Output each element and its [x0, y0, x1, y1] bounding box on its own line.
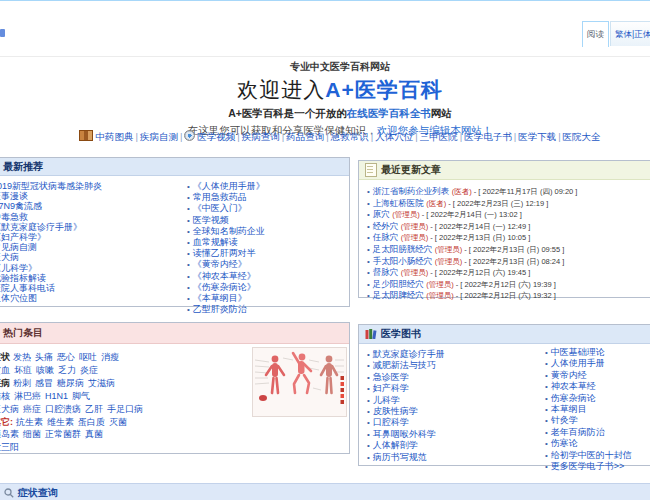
article-link[interactable]: 全球知名制药企业	[193, 226, 265, 236]
acupuncture-figure-image[interactable]	[252, 347, 347, 417]
book-link[interactable]: 病历书写规范	[373, 452, 427, 462]
article-link[interactable]: 《人体使用手册》	[193, 181, 265, 191]
book-link[interactable]: 黄帝内经	[551, 370, 587, 380]
quick-nav-link[interactable]: 医学电子书	[464, 131, 512, 142]
update-title-link[interactable]: 足少阳胆经穴	[373, 279, 424, 289]
hot-entry-link[interactable]: 艾滋病	[88, 378, 115, 388]
quick-nav-link[interactable]: 疾病自测	[140, 131, 178, 142]
book-link[interactable]: 人体使用手册	[551, 358, 605, 368]
article-link[interactable]: 《伤寒杂病论》	[193, 282, 256, 292]
hot-entry-link[interactable]: 感冒	[35, 378, 53, 388]
quick-nav-link[interactable]: 疾病查询	[242, 131, 280, 142]
hot-entry-link[interactable]: 真菌	[85, 429, 103, 439]
article-link[interactable]: 常见病自测	[0, 242, 37, 252]
hot-entry-link[interactable]: 炎症	[80, 365, 98, 375]
article-link[interactable]: 常用急救药品	[193, 192, 247, 202]
quick-nav-link[interactable]: 医院大全	[563, 131, 601, 142]
book-link[interactable]: 更多医学电子书>>	[551, 461, 625, 471]
update-user[interactable]: (管理员)	[426, 280, 454, 289]
hot-entry-link[interactable]: 乙肝	[85, 404, 103, 414]
article-link[interactable]: 《黄帝内经》	[193, 259, 247, 269]
hot-entry-link[interactable]: 大三阳	[0, 442, 19, 452]
article-link[interactable]: H7N9禽流感	[0, 201, 42, 211]
quick-nav-link[interactable]: 医学视频	[197, 131, 235, 142]
article-link[interactable]: 狂犬病	[0, 252, 19, 262]
book-link[interactable]: 皮肤性病学	[373, 406, 418, 416]
hot-entry-link[interactable]: 呕吐	[79, 352, 97, 362]
hot-entry-link[interactable]: 坏疽	[14, 365, 32, 375]
tab-read[interactable]: 阅读	[582, 21, 609, 47]
book-link[interactable]: 伤寒杂病论	[551, 393, 596, 403]
quick-nav-link[interactable]: 药品查询	[286, 131, 324, 142]
article-link[interactable]: 医院人事科电话	[0, 283, 55, 293]
update-title-link[interactable]: 督脉穴	[373, 267, 399, 277]
update-user[interactable]: (管理员)	[426, 291, 454, 300]
update-title-link[interactable]: 浙江省制药企业列表	[373, 186, 450, 196]
hot-entry-link[interactable]: 手足口病	[107, 404, 143, 414]
update-user[interactable]: (医者)	[426, 199, 446, 208]
quick-nav-link[interactable]: 中药图典	[95, 131, 133, 142]
update-title-link[interactable]: 经外穴	[373, 221, 399, 231]
book-link[interactable]: 口腔科学	[373, 417, 409, 427]
book-link[interactable]: 伤寒论	[551, 438, 578, 448]
update-user[interactable]: (管理员)	[401, 233, 429, 242]
article-link[interactable]: 读懂乙肝两对半	[193, 248, 256, 258]
hot-entry-link[interactable]: 抗生素	[16, 417, 43, 427]
article-link[interactable]: 《默克家庭诊疗手册》	[0, 222, 82, 232]
book-link[interactable]: 老年百病防治	[551, 427, 605, 437]
hot-entry-link[interactable]: 消瘦	[101, 352, 119, 362]
quick-nav-link[interactable]: 急救常识	[331, 131, 369, 142]
hot-entry-link[interactable]: 贫血	[0, 365, 10, 375]
update-title-link[interactable]: 手太阳小肠经穴	[373, 256, 433, 266]
hot-entry-link[interactable]: 糖尿病	[57, 378, 84, 388]
update-user[interactable]: (管理员)	[392, 210, 420, 219]
book-link[interactable]: 耳鼻咽喉外科学	[373, 429, 436, 439]
article-link[interactable]: 人体穴位图	[0, 293, 37, 303]
article-link[interactable]: 《中医入门》	[193, 203, 247, 213]
article-link[interactable]: 中毒急救	[0, 212, 28, 222]
article-link[interactable]: 乙型肝炎防治	[193, 304, 247, 314]
update-title-link[interactable]: 足太阴脾经穴	[373, 290, 424, 300]
update-title-link[interactable]: 足太阳膀胱经穴	[373, 244, 433, 254]
hot-entry-link[interactable]: 结核	[0, 391, 10, 401]
update-user[interactable]: (管理员)	[435, 257, 463, 266]
article-link[interactable]: 《儿科学》	[0, 263, 37, 273]
hot-entry-link[interactable]: 乏力	[58, 365, 76, 375]
quick-nav-link[interactable]: 三甲医院	[420, 131, 458, 142]
hot-entry-link[interactable]: 口腔溃疡	[45, 404, 81, 414]
article-link[interactable]: 《本草纲目》	[193, 293, 247, 303]
article-link[interactable]: 《神农本草经》	[193, 271, 256, 281]
update-user[interactable]: (医者)	[452, 187, 472, 196]
hot-entry-link[interactable]: 脚气	[72, 391, 90, 401]
update-user[interactable]: (管理员)	[435, 245, 463, 254]
book-link[interactable]: 减肥新法与技巧	[373, 360, 436, 370]
symptom-query-bar[interactable]: 症状查询	[0, 483, 650, 500]
book-link[interactable]: 中医基础理论	[551, 347, 605, 357]
book-link[interactable]: 儿科学	[373, 395, 400, 405]
book-link[interactable]: 急诊医学	[373, 372, 409, 382]
update-title-link[interactable]: 原穴	[373, 209, 390, 219]
article-link[interactable]: 医学视频	[193, 215, 229, 225]
book-link[interactable]: 人体解剖学	[373, 440, 418, 450]
hot-entry-link[interactable]: 维生素	[47, 417, 74, 427]
quick-nav-link[interactable]: 医学下载	[518, 131, 556, 142]
book-link[interactable]: 针灸学	[551, 415, 578, 425]
hot-entry-link[interactable]: 蛋白质	[78, 417, 105, 427]
book-link[interactable]: 神农本草经	[551, 381, 596, 391]
hot-entry-link[interactable]: 淋巴癌	[14, 391, 41, 401]
book-link[interactable]: 默克家庭诊疗手册	[373, 349, 445, 359]
hot-entry-link[interactable]: 咳嗽	[36, 365, 54, 375]
article-link[interactable]: 《妇产科学》	[0, 232, 46, 242]
update-title-link[interactable]: 任脉穴	[373, 232, 399, 242]
hot-entry-link[interactable]: H1N1	[45, 391, 68, 401]
hot-entry-link[interactable]: 狂犬病	[0, 404, 19, 414]
article-link[interactable]: 2019新型冠状病毒感染肺炎	[0, 181, 102, 191]
hot-entry-link[interactable]: 头痛	[35, 352, 53, 362]
article-link[interactable]: 化验指标解读	[0, 273, 46, 283]
hot-entry-link[interactable]: 正常菌群	[45, 429, 81, 439]
hot-entry-link[interactable]: 胰岛素	[0, 429, 19, 439]
hot-entry-link[interactable]: 恶心	[57, 352, 75, 362]
article-link[interactable]: 医事漫谈	[0, 191, 28, 201]
quick-nav-link[interactable]: 人体穴位	[375, 131, 413, 142]
update-user[interactable]: (管理员)	[401, 222, 429, 231]
